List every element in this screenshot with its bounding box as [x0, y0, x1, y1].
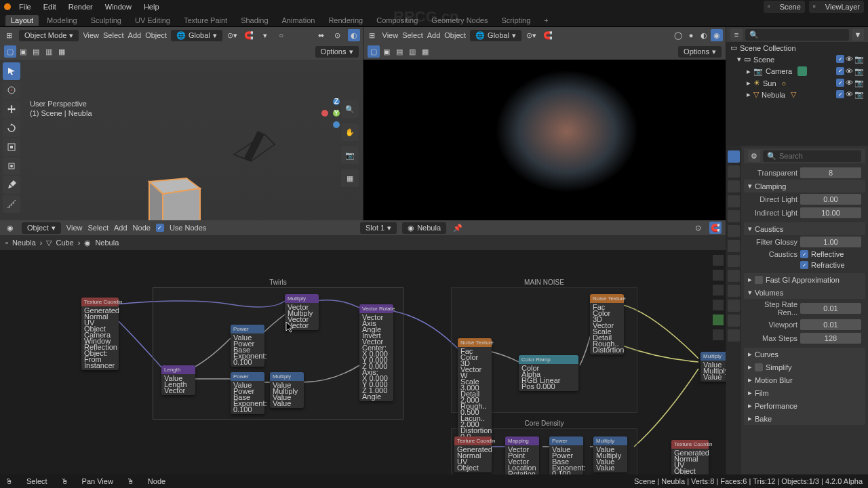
node-noise_tex2-9[interactable]: Noise TextureFacColor3DVectorScaleDetail…	[590, 294, 624, 354]
eye-icon[interactable]: 👁	[846, 90, 853, 99]
zoom-icon[interactable]: 🔍	[341, 100, 359, 118]
props-tab-modifiers[interactable]	[728, 240, 740, 252]
node-mapping-11[interactable]: MappingVectorPointVectorLocationRotation…	[505, 436, 539, 474]
vp-menu-select[interactable]: Select	[103, 31, 124, 39]
panel-bake[interactable]: ▸Bake	[744, 412, 865, 425]
pivot-dropdown[interactable]: ⊙▾	[226, 29, 239, 41]
outliner-scene[interactable]: ▾ ▭ Scene ✓👁📷	[726, 54, 868, 65]
sidebar-tab-item[interactable]	[713, 255, 724, 266]
tab-geometry-nodes[interactable]: Geometry Nodes	[426, 15, 493, 26]
xray-toggle[interactable]: ◐	[348, 29, 360, 41]
shading-material[interactable]: ◐	[698, 29, 710, 41]
viewlayer-selector[interactable]: ▫ ViewLayer	[809, 1, 864, 13]
tab-texture-paint[interactable]: Texture Paint	[178, 15, 233, 26]
props-tab-scene[interactable]	[728, 195, 740, 207]
node-header[interactable]: Texture Coordin	[671, 440, 709, 449]
eye-icon[interactable]: 👁	[846, 55, 853, 64]
node-header[interactable]: Multiply	[270, 372, 304, 381]
editor-type-icon[interactable]: ≡	[730, 28, 743, 41]
filter-icon[interactable]: ▼	[852, 28, 864, 41]
node-canvas[interactable]: Twirls MAIN NOISE Core Density Texture C…	[0, 250, 726, 474]
gizmo-toggle[interactable]: ⬌	[315, 29, 328, 41]
select-mode-subtract[interactable]: ▤	[393, 45, 406, 58]
props-tab-particles[interactable]	[728, 255, 740, 267]
select-mode-extend[interactable]: ▣	[380, 45, 393, 58]
menu-edit[interactable]: Edit	[38, 1, 62, 12]
outliner-item-sun[interactable]: ▸ ☀ Sun ○ ✓👁📷	[726, 77, 868, 89]
shading-solid[interactable]: ●	[685, 29, 697, 41]
ne-menu-select[interactable]: Select	[87, 224, 108, 232]
node-header[interactable]: Power	[231, 372, 264, 381]
panel-clamping[interactable]: ▾Clamping	[744, 180, 865, 192]
vp-menu-view[interactable]: View	[382, 31, 399, 39]
max-steps-value[interactable]: 128	[800, 333, 861, 344]
tab-compositing[interactable]: Compositing	[371, 15, 423, 26]
panel-volumes[interactable]: ▾Volumes	[744, 286, 865, 299]
pin-icon[interactable]: 📌	[452, 222, 464, 234]
camera-view-icon[interactable]: 📷	[341, 146, 359, 164]
node-multiply1-4[interactable]: MultiplyValueMultiplyValueValue	[270, 372, 304, 408]
tool-measure[interactable]	[3, 195, 20, 213]
node-header[interactable]: Color Ramp	[519, 355, 578, 364]
overlay-toggle[interactable]: ⊙	[332, 29, 344, 41]
viewport-3d-right[interactable]: ⊞ View Select Add Object 🌐Global ▾ ⊙▾ 🧲 …	[363, 27, 726, 220]
editor-type-icon[interactable]: ⊞	[366, 29, 378, 41]
panel-motion-blur[interactable]: ▸Motion Blur	[744, 373, 865, 386]
props-search[interactable]: 🔍	[763, 150, 861, 162]
refractive-checkbox[interactable]: ✓	[800, 261, 808, 269]
node-length1-1[interactable]: LengthValueLengthVector	[161, 365, 195, 395]
sidebar-tab-options[interactable]	[713, 329, 724, 340]
node-header[interactable]: Mapping	[505, 436, 539, 445]
material-selector[interactable]: ◉Nebula	[402, 222, 446, 234]
props-tab-texture[interactable]	[728, 329, 740, 342]
tool-scale[interactable]	[3, 138, 20, 156]
render-icon[interactable]: 📷	[854, 55, 864, 64]
select-mode-intersect[interactable]: ▦	[56, 45, 68, 58]
node-header[interactable]: Multiply	[593, 436, 627, 445]
editor-type-icon[interactable]: ⚙	[748, 150, 760, 162]
use-nodes-checkbox[interactable]: ✓	[156, 224, 164, 232]
exclude-checkbox[interactable]: ✓	[836, 90, 844, 98]
ne-menu-add[interactable]: Add	[114, 224, 127, 232]
props-tab-render[interactable]	[728, 150, 740, 163]
shading-rendered[interactable]: ◉	[711, 29, 723, 41]
shading-wireframe[interactable]: ◯	[672, 29, 684, 41]
vp-menu-select[interactable]: Select	[402, 31, 423, 39]
node-header[interactable]: Multiply	[701, 352, 726, 361]
select-mode-invert[interactable]: ▥	[43, 45, 55, 58]
exclude-checkbox[interactable]: ✓	[836, 55, 844, 63]
sidebar-tab-view[interactable]	[713, 285, 724, 296]
menu-render[interactable]: Render	[63, 1, 98, 12]
node-header[interactable]: Power	[231, 325, 264, 333]
render-icon[interactable]: 📷	[854, 67, 864, 76]
snap-toggle[interactable]: 🧲	[542, 29, 554, 41]
step-rate-value[interactable]: 0.01	[800, 303, 861, 314]
render-icon[interactable]: 📷	[854, 79, 864, 87]
editor-type-icon[interactable]: ◉	[4, 222, 16, 234]
shader-type-dropdown[interactable]: Object ▾	[22, 222, 61, 234]
props-tab-world[interactable]	[728, 210, 740, 222]
exclude-checkbox[interactable]: ✓	[836, 67, 844, 75]
options-dropdown[interactable]: Options ▾	[678, 46, 722, 58]
transparent-value[interactable]: 8	[800, 167, 861, 178]
vp-menu-add[interactable]: Add	[427, 31, 441, 39]
snap-dropdown[interactable]: ▾	[259, 29, 271, 41]
node-header[interactable]: Noise Texture	[590, 294, 624, 303]
filter-glossy-value[interactable]: 1.00	[800, 237, 861, 247]
node-header[interactable]: Noise Texture	[458, 338, 492, 347]
outliner-collection[interactable]: ▭ Scene Collection	[726, 42, 868, 54]
props-tab-output[interactable]	[728, 165, 740, 178]
node-multiply1-15[interactable]: MultiplyValueMultiplyValue	[701, 352, 726, 382]
props-tab-object[interactable]	[728, 225, 740, 237]
enable-checkbox[interactable]	[755, 363, 763, 371]
outliner-search[interactable]: 🔍	[745, 29, 849, 41]
panel-fast-gi[interactable]: ▸Fast GI Approximation	[744, 273, 865, 286]
ne-menu-node[interactable]: Node	[133, 224, 151, 232]
node-tex_coord2-10[interactable]: Texture CoordinGeneratedNormalUVObject	[454, 436, 492, 472]
menu-file[interactable]: File	[14, 1, 37, 12]
tab-scripting[interactable]: Scripting	[496, 15, 536, 26]
enable-checkbox[interactable]	[755, 276, 763, 284]
exclude-checkbox[interactable]: ✓	[836, 79, 844, 87]
node-header[interactable]: Multiply	[285, 294, 319, 303]
node-power1-12[interactable]: PowerValuePowerBaseExponent: 0.100	[549, 436, 583, 474]
